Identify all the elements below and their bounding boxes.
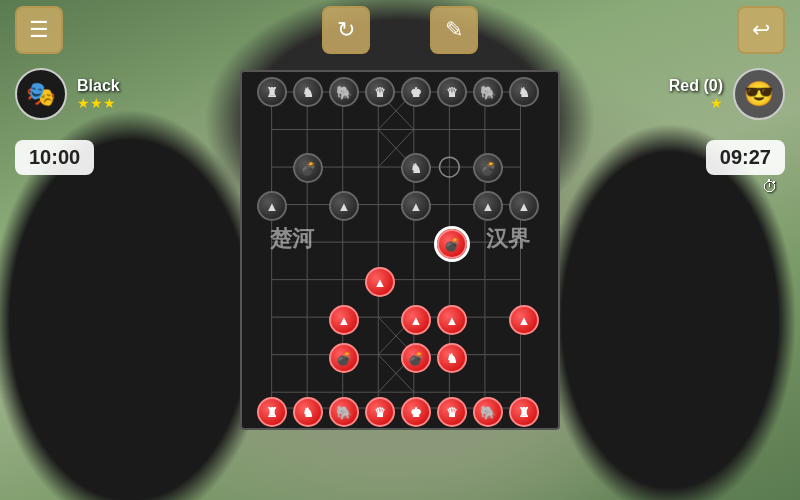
piece-black-cannon-1[interactable]: 💣 bbox=[293, 153, 323, 183]
piece-red-pawn-extra[interactable]: ▲ bbox=[365, 267, 395, 297]
black-avatar: 🎭 bbox=[15, 68, 67, 120]
black-player-panel: 🎭 Black ★★★ bbox=[15, 68, 120, 120]
chess-board[interactable]: 楚河 汉界 ♜ ♞ 🐘 ♛ ♚ ♛ 🐘 ♞ 💣 💣 ▲ ▲ ▲ ▲ ▲ ♞ 💣 … bbox=[240, 70, 560, 430]
menu-button[interactable]: ☰ bbox=[15, 6, 63, 54]
piece-red-elephant-2[interactable]: 🐘 bbox=[473, 397, 503, 427]
piece-red-general[interactable]: ♚ bbox=[401, 397, 431, 427]
black-player-name: Black bbox=[77, 77, 120, 95]
black-timer: 10:00 bbox=[15, 140, 94, 175]
piece-black-knight-1[interactable]: ♞ bbox=[293, 77, 323, 107]
piece-black-pawn-3[interactable]: ▲ bbox=[401, 191, 431, 221]
piece-black-advisor-1[interactable]: ♛ bbox=[365, 77, 395, 107]
red-player-name: Red (0) bbox=[669, 77, 723, 95]
piece-red-advisor-1[interactable]: ♛ bbox=[365, 397, 395, 427]
piece-black-knight-mid[interactable]: ♞ bbox=[401, 153, 431, 183]
piece-red-rook-1[interactable]: ♜ bbox=[257, 397, 287, 427]
piece-red-knight-mid[interactable]: ♞ bbox=[437, 343, 467, 373]
black-player-stars: ★★★ bbox=[77, 95, 120, 111]
red-player-stars: ★ bbox=[669, 95, 723, 111]
board-container: 楚河 汉界 ♜ ♞ 🐘 ♛ ♚ ♛ 🐘 ♞ 💣 💣 ▲ ▲ ▲ ▲ ▲ ♞ 💣 … bbox=[240, 70, 560, 430]
toolbar: ☰ ↻ ✎ ↩ bbox=[0, 0, 800, 60]
piece-red-pawn-1[interactable]: ▲ bbox=[329, 305, 359, 335]
piece-black-knight-2[interactable]: ♞ bbox=[509, 77, 539, 107]
piece-black-elephant-1[interactable]: 🐘 bbox=[329, 77, 359, 107]
red-timer: 09:27 bbox=[706, 140, 785, 175]
piece-black-cannon-2[interactable]: 💣 bbox=[473, 153, 503, 183]
piece-black-rook-1[interactable]: ♜ bbox=[257, 77, 287, 107]
piece-red-pawn-3[interactable]: ▲ bbox=[437, 305, 467, 335]
piece-red-advisor-2[interactable]: ♛ bbox=[437, 397, 467, 427]
piece-black-pawn-1[interactable]: ▲ bbox=[257, 191, 287, 221]
piece-red-elephant-1[interactable]: 🐘 bbox=[329, 397, 359, 427]
red-avatar: 😎 bbox=[733, 68, 785, 120]
piece-red-cannon-1[interactable]: 💣 bbox=[329, 343, 359, 373]
piece-red-cannon-2[interactable]: 💣 bbox=[401, 343, 431, 373]
piece-red-pawn-2[interactable]: ▲ bbox=[401, 305, 431, 335]
piece-black-pawn-5[interactable]: ▲ bbox=[509, 191, 539, 221]
feather-button[interactable]: ✎ bbox=[430, 6, 478, 54]
piece-black-elephant-2[interactable]: 🐘 bbox=[473, 77, 503, 107]
timer-icon: ⏱ bbox=[762, 178, 778, 196]
piece-red-cannon-active[interactable]: 💣 bbox=[437, 229, 467, 259]
piece-black-general[interactable]: ♚ bbox=[401, 77, 431, 107]
piece-black-pawn-4[interactable]: ▲ bbox=[473, 191, 503, 221]
undo-button[interactable]: ↩ bbox=[737, 6, 785, 54]
board-grid bbox=[242, 72, 558, 428]
refresh-button[interactable]: ↻ bbox=[322, 6, 370, 54]
piece-red-pawn-4[interactable]: ▲ bbox=[509, 305, 539, 335]
piece-black-pawn-2[interactable]: ▲ bbox=[329, 191, 359, 221]
piece-black-advisor-2[interactable]: ♛ bbox=[437, 77, 467, 107]
piece-red-rook-2[interactable]: ♜ bbox=[509, 397, 539, 427]
red-player-panel: 😎 Red (0) ★ bbox=[669, 68, 785, 120]
piece-red-knight-1[interactable]: ♞ bbox=[293, 397, 323, 427]
